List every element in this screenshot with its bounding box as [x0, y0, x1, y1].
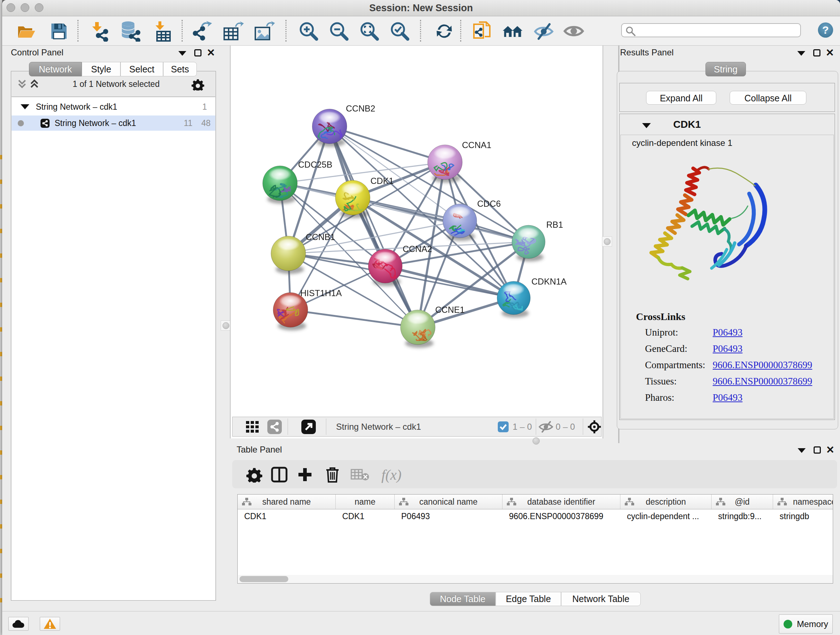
crosslink-link[interactable]: P06493 — [713, 343, 743, 355]
cloud-status-button[interactable] — [8, 617, 28, 631]
table-horizontal-scrollbar[interactable] — [238, 575, 833, 583]
export-image-button[interactable] — [254, 21, 275, 42]
import-network-database-button[interactable] — [120, 21, 141, 42]
eye-icon — [563, 23, 584, 40]
table-panel-close-icon[interactable]: ✕ — [824, 445, 836, 455]
sphere-gloss-highlight — [518, 227, 540, 239]
crosslink-link[interactable]: 9606.ENSP00000378699 — [713, 359, 812, 371]
crosslink-link[interactable]: 9606.ENSP00000378699 — [713, 376, 812, 387]
select-columns-button[interactable] — [269, 464, 289, 485]
node-CDC25B[interactable]: CDC25B — [263, 160, 332, 201]
open-session-button[interactable] — [16, 21, 36, 42]
clone-network-button[interactable] — [471, 21, 493, 42]
function-builder-button[interactable]: f(x) — [377, 464, 406, 485]
control-panel-float-icon[interactable] — [192, 48, 204, 58]
network-view-panel: CCNB2CCNA1CDC25BCDK1CDC6RB1CCNB1CCNA2CDK… — [230, 46, 603, 439]
column-header-shared-name[interactable]: shared name — [238, 494, 336, 509]
collapse-all-chevron-icon[interactable] — [28, 78, 41, 90]
zoom-selected-button[interactable] — [389, 21, 410, 42]
column-header-canonical-name[interactable]: canonical name — [395, 494, 502, 509]
network-options-gear-icon[interactable] — [191, 78, 204, 90]
right-splitter-handle[interactable] — [602, 236, 612, 247]
show-eye-button[interactable] — [563, 21, 584, 42]
control-panel-menu-icon[interactable] — [176, 48, 188, 59]
table-settings-button[interactable] — [244, 464, 264, 485]
column-header-namespace[interactable]: namespace — [773, 494, 833, 509]
zoom-fit-button[interactable] — [359, 21, 380, 42]
export-table-button[interactable] — [223, 21, 244, 42]
delete-table-button[interactable] — [350, 464, 370, 485]
hide-panels-button[interactable] — [534, 21, 554, 42]
tab-select[interactable]: Select — [120, 62, 163, 76]
node-CCNA1[interactable]: CCNA1 — [428, 140, 491, 180]
results-panel-float-icon[interactable] — [811, 48, 823, 58]
scrollbar-thumb[interactable] — [240, 576, 288, 582]
import-network-file-button[interactable] — [89, 21, 110, 42]
table-cell-canonical-name[interactable]: P06493 — [401, 509, 502, 524]
tab-node-table[interactable]: Node Table — [430, 592, 496, 606]
results-panel-menu-icon[interactable] — [795, 48, 807, 59]
edge-HIST1H1A-CCNE1[interactable] — [291, 310, 418, 327]
column-header-name[interactable]: name — [336, 494, 395, 509]
column-header-description[interactable]: description — [621, 494, 712, 509]
node-RB1[interactable]: RB1 — [512, 220, 563, 258]
zoom-out-button[interactable] — [328, 21, 349, 42]
table-cell--id[interactable]: stringdb:9... — [718, 509, 772, 524]
fx-icon: f(x) — [381, 466, 401, 483]
memory-button[interactable]: Memory — [779, 614, 833, 633]
tab-style[interactable]: Style — [82, 62, 120, 76]
tab-network-table[interactable]: Network Table — [561, 592, 641, 606]
refresh-view-button[interactable] — [434, 21, 455, 42]
help-button[interactable]: ? — [818, 22, 833, 38]
left-splitter-handle[interactable] — [221, 320, 231, 331]
save-session-button[interactable] — [49, 21, 69, 42]
search-input[interactable] — [638, 25, 798, 36]
results-panel-close-icon[interactable]: ✕ — [824, 48, 836, 58]
columns-icon — [271, 467, 287, 483]
network-collection-row[interactable]: String Network – cdk1 1 — [11, 98, 215, 116]
tab-string[interactable]: String — [706, 62, 746, 76]
expand-all-chevron-icon[interactable] — [16, 78, 28, 90]
column-header--id[interactable]: @id — [712, 494, 773, 509]
edge-CDC25B-CDC6[interactable] — [280, 183, 460, 221]
table-panel-menu-icon[interactable] — [796, 445, 808, 456]
tab-edge-table[interactable]: Edge Table — [496, 592, 561, 606]
delete-column-button[interactable] — [322, 464, 343, 485]
table-cell-database-identifier[interactable]: 9606.ENSP00000378699 — [509, 509, 620, 524]
edge-CCNB2-CCNA1[interactable] — [330, 126, 445, 162]
table-cell-name[interactable]: CDK1 — [342, 509, 394, 524]
grid-view-icon[interactable] — [246, 420, 260, 434]
birdseye-share-icon[interactable] — [267, 420, 282, 434]
node-HIST1H1A[interactable]: HIST1H1A — [273, 288, 342, 327]
collapse-all-button[interactable]: Collapse All — [729, 91, 806, 105]
import-table-file-button[interactable] — [152, 21, 173, 42]
expand-all-button[interactable]: Expand All — [646, 91, 716, 105]
warnings-button[interactable] — [40, 617, 60, 631]
add-column-button[interactable] — [295, 464, 315, 485]
control-panel-close-icon[interactable]: ✕ — [205, 48, 217, 58]
export-network-button[interactable] — [192, 21, 213, 42]
crosslink-label: Compartments: — [645, 359, 705, 371]
crosshair-icon[interactable] — [587, 420, 602, 434]
table-cell-description[interactable]: cyclin-dependent ... — [627, 509, 711, 524]
crosslink-link[interactable]: P06493 — [713, 327, 743, 338]
node-CDKN1A[interactable]: CDKN1A — [497, 277, 567, 315]
collapse-triangle-icon[interactable] — [21, 104, 29, 109]
tab-network[interactable]: Network — [29, 62, 82, 76]
table-cell-shared-name[interactable]: CDK1 — [244, 509, 335, 524]
edge-CCNB2-CCNE1[interactable] — [330, 126, 418, 327]
network-row-selected[interactable]: String Network – cdk1 11 48 — [11, 116, 215, 131]
zoom-in-button[interactable] — [298, 21, 319, 42]
protein-collapse-triangle-icon[interactable] — [642, 123, 651, 128]
column-header-database-identifier[interactable]: database identifier — [502, 494, 621, 509]
horizontal-splitter-handle[interactable] — [532, 437, 540, 445]
crosslink-link[interactable]: P06493 — [713, 392, 743, 403]
open-in-window-icon[interactable] — [302, 420, 316, 434]
table-panel-float-icon[interactable] — [811, 445, 823, 455]
selected-nodes-checkbox[interactable] — [498, 421, 508, 432]
table-cell-namespace[interactable]: stringdb — [780, 509, 833, 524]
session-home-button[interactable] — [502, 21, 523, 42]
tab-sets[interactable]: Sets — [163, 62, 197, 76]
network-canvas[interactable]: CCNB2CCNA1CDC25BCDK1CDC6RB1CCNB1CCNA2CDK… — [231, 46, 603, 416]
node-CDK1[interactable]: CDK1 — [335, 176, 393, 215]
